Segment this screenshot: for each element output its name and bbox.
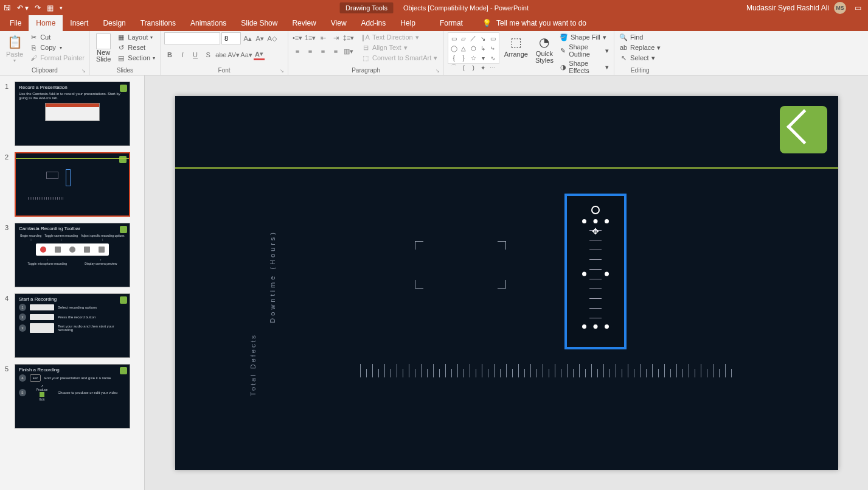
- reset-button[interactable]: ↺Reset: [116, 43, 156, 52]
- tab-review[interactable]: Review: [285, 15, 323, 31]
- thumb-number: 1: [5, 82, 15, 146]
- new-slide-icon: [96, 33, 111, 49]
- clear-formatting-icon[interactable]: A◇: [266, 33, 277, 44]
- shrink-font-icon[interactable]: A▾: [254, 33, 265, 44]
- bullets-icon[interactable]: •≡▾: [292, 32, 303, 43]
- reset-label: Reset: [128, 44, 145, 51]
- tab-home[interactable]: Home: [29, 15, 63, 31]
- find-button[interactable]: 🔍Find: [618, 32, 662, 42]
- selected-shape[interactable]: ✥: [564, 194, 627, 349]
- tab-file[interactable]: File: [2, 15, 29, 31]
- replace-label: Replace: [630, 44, 654, 51]
- arrange-button[interactable]: ⬚ Arrange: [502, 32, 530, 59]
- tab-design[interactable]: Design: [95, 15, 133, 31]
- slide-thumbnail-4[interactable]: Start a Recording 1Select recording opti…: [15, 293, 130, 358]
- tab-insert[interactable]: Insert: [63, 15, 95, 31]
- font-launcher-icon[interactable]: ↘: [280, 68, 284, 74]
- bold-icon[interactable]: B: [164, 49, 175, 60]
- thumb-title: Camtasia Recording Toolbar: [19, 226, 126, 231]
- columns-icon[interactable]: ▥▾: [343, 46, 354, 57]
- numbering-icon[interactable]: 1≡▾: [305, 32, 316, 43]
- replace-icon: ab: [619, 43, 628, 52]
- font-name-input[interactable]: [164, 32, 220, 44]
- replace-button[interactable]: abReplace ▾: [618, 43, 662, 52]
- thumb-title: Record a Presentation: [19, 85, 126, 90]
- align-center-icon[interactable]: ≡: [305, 46, 316, 57]
- undo-icon[interactable]: ↶ ▾: [17, 4, 29, 12]
- text-direction-button[interactable]: ‖AText Direction ▾: [360, 32, 439, 42]
- shape-outline-button[interactable]: ✎Shape Outline ▾: [558, 43, 610, 58]
- increase-indent-icon[interactable]: ⇥: [330, 32, 341, 43]
- underline-icon[interactable]: U: [190, 49, 201, 60]
- char-spacing-icon[interactable]: AV▾: [228, 49, 239, 60]
- rotate-handle-icon[interactable]: [591, 206, 600, 214]
- layout-button[interactable]: ▦Layout▾: [116, 32, 156, 42]
- group-editing: 🔍Find abReplace ▾ ↖Select ▾ Editing: [614, 31, 665, 75]
- start-from-beginning-icon[interactable]: ▦: [47, 4, 54, 12]
- tab-slideshow[interactable]: Slide Show: [234, 15, 285, 31]
- strikethrough-icon[interactable]: abc: [215, 49, 226, 60]
- group-clipboard: 📋 Paste ▾ ✂Cut ⎘Copy▾ 🖌Format Painter Cl…: [0, 31, 90, 75]
- grow-font-icon[interactable]: A▴: [242, 33, 253, 44]
- paragraph-launcher-icon[interactable]: ↘: [436, 68, 440, 74]
- slide-thumbnail-1[interactable]: Record a Presentation Use the Camtasia A…: [15, 82, 130, 146]
- shape-fill-button[interactable]: 🪣Shape Fill ▾: [558, 32, 610, 42]
- group-slides: New Slide ▦Layout▾ ↺Reset ▤Section▾ Slid…: [90, 31, 161, 75]
- section-button[interactable]: ▤Section▾: [116, 53, 156, 63]
- slide-thumbnail-5[interactable]: Finish a Recording 4EscEnd your presenta…: [15, 364, 130, 429]
- new-slide-button[interactable]: New Slide: [94, 32, 113, 64]
- line-spacing-icon[interactable]: ‡≡▾: [343, 32, 354, 43]
- align-right-icon[interactable]: ≡: [318, 46, 328, 57]
- cut-button[interactable]: ✂Cut: [28, 32, 86, 42]
- text-direction-icon: ‖A: [361, 33, 370, 41]
- font-size-input[interactable]: [221, 32, 241, 44]
- justify-icon[interactable]: ≡: [330, 46, 341, 57]
- decrease-indent-icon[interactable]: ⇤: [318, 32, 328, 43]
- selected-inner-shape[interactable]: [585, 222, 606, 326]
- thumb-title: Finish a Recording: [19, 367, 126, 373]
- italic-icon[interactable]: I: [177, 49, 188, 60]
- clipboard-launcher-icon[interactable]: ↘: [82, 68, 86, 74]
- slide-canvas[interactable]: Downtime (Hours) Total Defects: [175, 96, 838, 470]
- thumb-content-image: [45, 103, 100, 121]
- shape-effects-button[interactable]: ◑Shape Effects ▾: [558, 59, 610, 75]
- y-axis-label-2: Total Defects: [249, 334, 257, 396]
- format-painter-button[interactable]: 🖌Format Painter: [28, 53, 86, 63]
- tab-view[interactable]: View: [324, 15, 354, 31]
- select-label: Select: [630, 54, 649, 61]
- select-button[interactable]: ↖Select ▾: [618, 53, 662, 63]
- user-name: Mudassir Syed Rashid Ali: [746, 4, 829, 12]
- slide-canvas-area[interactable]: Downtime (Hours) Total Defects: [145, 75, 868, 490]
- shape-effects-label: Shape Effects: [569, 60, 603, 74]
- lightbulb-icon: 💡: [482, 19, 491, 27]
- tab-help[interactable]: Help: [393, 15, 423, 31]
- font-color-icon[interactable]: A▾: [254, 49, 265, 60]
- copy-button[interactable]: ⎘Copy▾: [28, 43, 86, 52]
- paste-button[interactable]: 📋 Paste ▾: [4, 32, 26, 65]
- font-group-label: Font↘: [164, 67, 284, 75]
- camtasia-logo-icon: [119, 156, 127, 163]
- tell-me-search[interactable]: 💡 Tell me what you want to do: [482, 15, 586, 31]
- quick-styles-button[interactable]: ◔ Quick Styles: [533, 32, 556, 65]
- shapes-gallery[interactable]: ▭▱／↘▭◯△ ⬡↳⤷{}☆▾ ∿⌒()✦⋯: [448, 32, 499, 64]
- tab-transitions[interactable]: Transitions: [133, 15, 183, 31]
- slide-thumbnail-3[interactable]: Camtasia Recording Toolbar Begin recordi…: [15, 223, 130, 287]
- align-left-icon[interactable]: ≡: [292, 46, 303, 57]
- tab-animations[interactable]: Animations: [183, 15, 234, 31]
- align-text-button[interactable]: ⊟Align Text ▾: [360, 43, 439, 52]
- section-label: Section: [128, 54, 150, 61]
- user-avatar[interactable]: MS: [834, 2, 846, 14]
- change-case-icon[interactable]: Aa▾: [241, 49, 252, 60]
- thumb-subtitle: Use the Camtasia Add-in to record your p…: [19, 92, 126, 100]
- tab-addins[interactable]: Add-ins: [354, 15, 394, 31]
- new-slide-label: New Slide: [96, 49, 111, 63]
- redo-icon[interactable]: ↷: [35, 4, 41, 12]
- slide-thumbnail-2[interactable]: [15, 152, 130, 217]
- section-icon: ▤: [117, 54, 125, 62]
- shadow-icon[interactable]: S: [203, 49, 214, 60]
- ribbon-display-options-icon[interactable]: ▭: [851, 3, 864, 13]
- save-icon[interactable]: 🖫: [4, 4, 11, 12]
- qat-dropdown-icon[interactable]: ▾: [60, 5, 63, 11]
- tab-format[interactable]: Format: [432, 15, 470, 31]
- convert-smartart-button[interactable]: ⬚Convert to SmartArt ▾: [360, 53, 439, 63]
